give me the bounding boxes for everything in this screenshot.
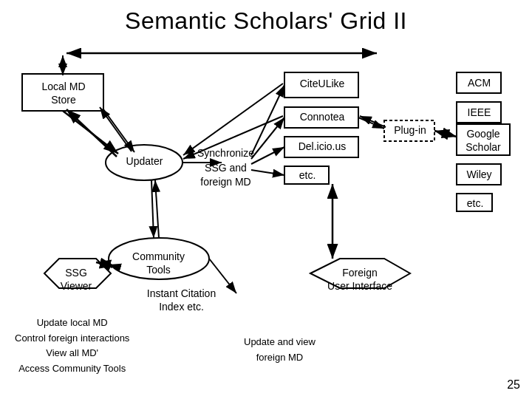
connotea-label: Connotea: [287, 111, 358, 123]
local-md-store-label: Local MDStore: [24, 80, 103, 106]
svg-line-20: [66, 109, 117, 157]
updater-label: Updater: [109, 155, 180, 167]
svg-line-21: [103, 109, 134, 152]
ssg-viewer-label: SSGViewer: [46, 266, 106, 293]
synchronize-label: SynchronizeSSG andforeign MD: [183, 146, 268, 190]
wiley-label: Wiley: [459, 168, 499, 180]
svg-line-32: [360, 116, 386, 127]
citeULike-label: CiteULike: [287, 78, 358, 89]
svg-line-31: [358, 117, 384, 129]
svg-line-19: [63, 111, 118, 154]
plugin-label: Plug-in: [386, 124, 434, 136]
ieee-label: IEEE: [459, 106, 499, 118]
svg-line-30: [434, 131, 457, 137]
page-number: 25: [507, 378, 520, 392]
svg-line-24: [251, 85, 284, 155]
svg-line-28: [183, 83, 283, 155]
page-title: Semantic Scholars' Grid II: [0, 0, 532, 35]
svg-line-38: [151, 180, 154, 238]
instant-citation-label: Instant CitationIndex etc.: [132, 287, 231, 313]
del-icio-us-label: Del.icio.us: [287, 140, 358, 152]
bottom-left-text: Update local MDControl foreign interacti…: [15, 316, 129, 377]
svg-line-22: [100, 107, 132, 151]
bottom-right-text: Update and viewforeign MD: [244, 335, 316, 366]
google-scholar-label: GoogleScholar: [458, 127, 508, 154]
foreign-ui-label: ForeignUser Interface: [312, 266, 408, 293]
svg-line-37: [155, 180, 159, 238]
community-tools-label: CommunityTools: [112, 250, 205, 276]
etc1-label: etc.: [287, 169, 328, 181]
etc2-label: etc.: [459, 197, 491, 209]
acm-label: ACM: [459, 77, 499, 89]
